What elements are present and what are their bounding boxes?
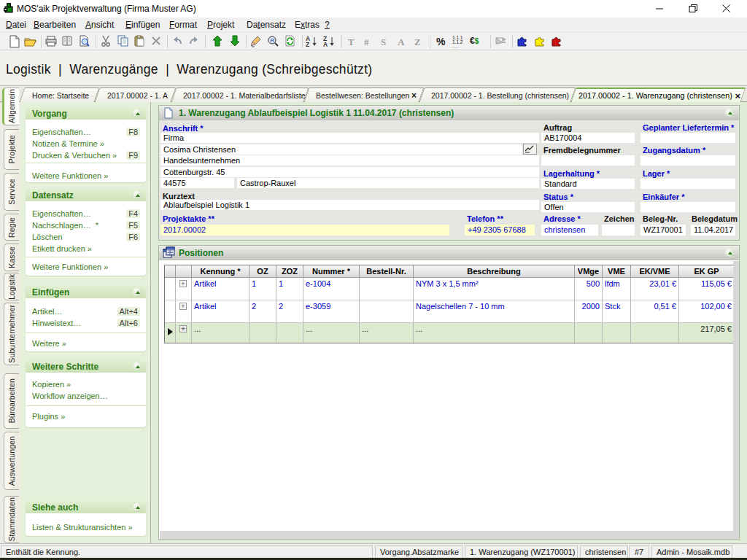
svg-text:A: A [323,41,328,48]
svg-text:R: R [271,37,275,44]
svg-text:Z: Z [306,41,309,48]
